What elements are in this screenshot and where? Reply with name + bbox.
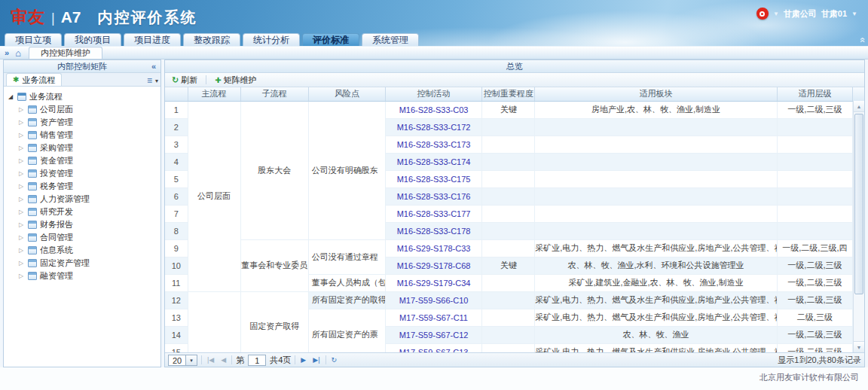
- page-size-select[interactable]: 20 ▾: [168, 355, 197, 366]
- table-row[interactable]: 12 固定资产取得 所有固定资产的取得和记录 M17-S59-S66-C10 采…: [165, 291, 853, 309]
- col-main-process[interactable]: 主流程: [188, 87, 240, 101]
- tree-item-rnd[interactable]: ▷研究开发: [7, 206, 160, 218]
- tab-system-management[interactable]: 系统管理: [362, 33, 419, 46]
- tree-collapsed-icon[interactable]: ▷: [17, 157, 25, 164]
- control-activity-link[interactable]: M17-S59-S67-C11: [399, 313, 468, 322]
- tree-item-investment-mgmt[interactable]: ▷投资管理: [7, 167, 160, 180]
- tree-item-tax-mgmt[interactable]: ▷税务管理: [7, 180, 160, 193]
- last-page-button[interactable]: ▶|: [311, 356, 321, 364]
- dropdown-caret-icon[interactable]: ▾: [155, 78, 158, 84]
- next-page-button[interactable]: ▶: [299, 356, 307, 364]
- tree-collapsed-icon[interactable]: ▷: [17, 247, 25, 254]
- tree-collapsed-icon[interactable]: ▷: [17, 145, 25, 151]
- logo-product: A7: [61, 8, 81, 26]
- control-activity-link[interactable]: M17-S59-S67-C13: [399, 348, 469, 353]
- user-caret-icon[interactable]: ▼: [851, 11, 857, 17]
- scroll-down-icon[interactable]: ▼: [854, 341, 864, 352]
- collapse-header-icon[interactable]: «: [856, 37, 868, 42]
- matrix-icon: [28, 105, 37, 114]
- control-activity-link[interactable]: M16-S28-S33-C176: [397, 192, 471, 201]
- tab-business-process[interactable]: ✱ 业务流程: [6, 73, 62, 86]
- tree-collapsed-icon[interactable]: ▷: [17, 170, 25, 177]
- tab-my-projects[interactable]: 我的项目: [64, 33, 121, 46]
- tree-collapsed-icon[interactable]: ▷: [17, 183, 25, 190]
- control-activity-link[interactable]: M16-S28-S33-C177: [397, 209, 471, 218]
- control-activity-link[interactable]: M17-S59-S67-C12: [399, 331, 469, 340]
- tree-collapsed-icon[interactable]: ▷: [17, 260, 25, 267]
- tree-item-company-level[interactable]: ▷公司层面: [7, 103, 160, 116]
- tree-collapsed-icon[interactable]: ▷: [17, 132, 25, 139]
- col-rownum[interactable]: [165, 87, 188, 101]
- control-activity-link[interactable]: M16-S28-S33-C172: [397, 123, 471, 132]
- col-risk-point[interactable]: 风险点: [308, 87, 385, 101]
- west-tab-tools: ≡ ▾: [147, 77, 158, 86]
- tree-root-business-process[interactable]: ◢ 业务流程: [7, 90, 160, 103]
- control-activity-link[interactable]: M16-S29-S178-C33: [397, 244, 471, 253]
- user-status-icon[interactable]: [756, 8, 769, 20]
- tree-collapsed-icon[interactable]: ▷: [17, 221, 25, 228]
- tree-item-info-system[interactable]: ▷信息系统: [7, 244, 160, 257]
- control-activity-link[interactable]: M16-S28-S33-C175: [397, 175, 471, 184]
- control-activity-link[interactable]: M16-S29-S178-C68: [397, 261, 471, 270]
- table-row[interactable]: 9 董事会和专业委员 公司没有通过章程 M16-S29-S178-C33 采矿业…: [165, 239, 853, 257]
- vertical-scrollbar[interactable]: ▲ ▼: [853, 101, 864, 352]
- prev-page-button[interactable]: ◀: [219, 356, 228, 364]
- control-activity-link[interactable]: M16-S28-S33-C03: [399, 105, 469, 114]
- control-activity-link[interactable]: M16-S28-S33-C174: [397, 157, 471, 166]
- tab-rectification-tracking[interactable]: 整改跟踪: [183, 33, 240, 46]
- tree-expanded-icon[interactable]: ◢: [7, 93, 14, 100]
- col-level[interactable]: 适用层级: [777, 87, 852, 101]
- col-importance[interactable]: 控制重要程度: [482, 87, 535, 101]
- tab-project-progress[interactable]: 项目进度: [124, 33, 181, 46]
- scrollbar-thumb[interactable]: [854, 114, 863, 294]
- tree-item-fixed-asset-mgmt[interactable]: ▷固定资产管理: [7, 257, 160, 270]
- col-sector[interactable]: 适用板块: [535, 87, 778, 101]
- tree-collapsed-icon[interactable]: ▷: [17, 196, 25, 203]
- tree-item-contract-mgmt[interactable]: ▷合同管理: [7, 231, 160, 244]
- tree-item-financing-mgmt[interactable]: ▷融资管理: [7, 270, 160, 282]
- tree-collapsed-icon[interactable]: ▷: [17, 209, 25, 215]
- tab-project-initiation[interactable]: 项目立项: [5, 33, 62, 46]
- home-icon[interactable]: ⌂: [15, 47, 21, 59]
- status-caret-icon[interactable]: ▼: [773, 11, 779, 17]
- west-panel-header: 内部控制矩阵 «: [4, 60, 160, 73]
- pager-refresh-button[interactable]: ↻: [330, 356, 339, 364]
- tree-collapsed-icon[interactable]: ▷: [17, 119, 25, 126]
- control-activity-link[interactable]: M16-S28-S33-C173: [397, 140, 471, 149]
- collapse-panel-icon[interactable]: «: [151, 60, 156, 72]
- table-row[interactable]: 1 公司层面 股东大会 公司没有明确股东 M16-S28-S33-C03 关键 …: [165, 101, 853, 118]
- matrix-icon: [28, 169, 37, 178]
- control-activity-link[interactable]: M16-S28-S33-C178: [397, 227, 471, 236]
- col-control-activity[interactable]: 控制活动: [385, 87, 481, 101]
- scroll-up-icon[interactable]: ▲: [854, 101, 864, 112]
- page-prefix-label: 第: [236, 355, 244, 366]
- control-activity-link[interactable]: M17-S59-S66-C10: [399, 296, 469, 305]
- tab-evaluation-standard[interactable]: 评价标准: [302, 33, 359, 46]
- tree-item-fund-mgmt[interactable]: ▷资金管理: [7, 154, 160, 167]
- tree-item-sales-mgmt[interactable]: ▷销售管理: [7, 129, 160, 142]
- col-sub-process[interactable]: 子流程: [240, 87, 308, 101]
- control-activity-link[interactable]: M16-S29-S179-C34: [397, 279, 471, 288]
- page-number-input[interactable]: 1: [248, 355, 266, 366]
- tree-item-procurement-mgmt[interactable]: ▷采购管理: [7, 142, 160, 154]
- user-menu[interactable]: ▼ 甘肃公司 甘肃01 ▼: [756, 8, 857, 20]
- app-title: 内控评价系统: [98, 8, 197, 28]
- tree-item-financial-report[interactable]: ▷财务报告: [7, 218, 160, 231]
- tab-scroll-icon[interactable]: »: [5, 47, 9, 59]
- matrix-icon: [28, 182, 37, 190]
- select-caret-icon[interactable]: ▾: [186, 355, 197, 366]
- list-menu-icon[interactable]: ≡: [147, 77, 152, 84]
- tree-collapsed-icon[interactable]: ▷: [17, 106, 25, 113]
- tab-statistics[interactable]: 统计分析: [243, 33, 300, 46]
- subtab-matrix-maintenance[interactable]: 内控矩阵维护: [29, 47, 102, 59]
- record-summary: 显示1到20,共80条记录: [778, 355, 861, 366]
- main-panel: 总览 ↻ 刷新 ✚ 矩阵维护 主流程: [164, 59, 865, 367]
- tree-collapsed-icon[interactable]: ▷: [17, 234, 25, 241]
- main-nav-tabs: 项目立项 我的项目 项目进度 整改跟踪 统计分析 评价标准 系统管理 «: [5, 32, 865, 46]
- first-page-button[interactable]: |◀: [206, 356, 215, 364]
- matrix-maintain-button[interactable]: ✚ 矩阵维护: [211, 75, 260, 86]
- refresh-button[interactable]: ↻ 刷新: [168, 75, 201, 86]
- tree-item-hr-mgmt[interactable]: ▷人力资源管理: [7, 193, 160, 206]
- tree-collapsed-icon[interactable]: ▷: [17, 273, 25, 279]
- tree-item-asset-mgmt[interactable]: ▷资产管理: [7, 116, 160, 129]
